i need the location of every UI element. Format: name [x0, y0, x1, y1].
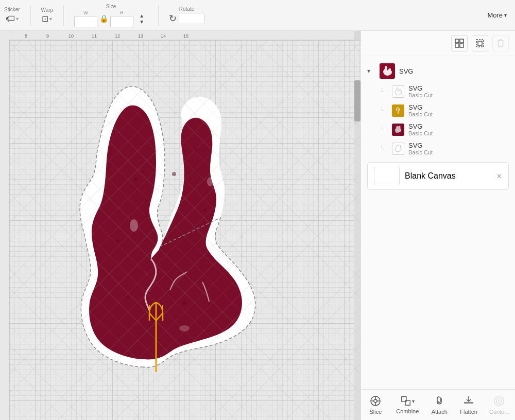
- svg-rect-18: [460, 39, 464, 43]
- ruler-top: 8 9 10 11 12 13 14 15: [9, 31, 354, 40]
- svg-rect-22: [478, 41, 482, 45]
- ruler-num-8: 8: [25, 33, 27, 39]
- bottom-toolbar: Slice ▾ Combine Attach: [361, 389, 515, 420]
- layer-children: └ SVG Basic Cut └: [361, 82, 515, 158]
- layer-item-2[interactable]: └ SVG Basic Cut: [380, 101, 515, 120]
- sticker-icon: 🏷: [6, 13, 15, 24]
- width-input[interactable]: [74, 16, 97, 27]
- hand-outline-icon-2: [393, 144, 403, 153]
- layer-info-2: SVG Basic Cut: [408, 103, 433, 117]
- attach-button[interactable]: Attach: [426, 393, 452, 417]
- rotate-label: Rotate: [179, 6, 194, 12]
- combine-button[interactable]: ▾ Combine: [392, 393, 423, 416]
- height-down-btn[interactable]: ▼: [135, 19, 148, 25]
- layer-name-1: SVG: [408, 84, 433, 92]
- canvas-scrollbar[interactable]: [354, 80, 360, 420]
- height-input[interactable]: [110, 16, 133, 27]
- svg-point-6: [126, 296, 129, 299]
- layer-thumb-3: [392, 124, 404, 136]
- svg-line-12: [149, 313, 156, 321]
- layer-name-3: SVG: [408, 122, 433, 130]
- layer-root-name: SVG: [399, 67, 413, 75]
- svg-point-4: [203, 208, 207, 212]
- toolbar-rotate-group: Rotate ↻: [169, 6, 204, 24]
- attach-label: Attach: [432, 409, 448, 415]
- svg-rect-19: [455, 44, 459, 47]
- layer-item-1[interactable]: └ SVG Basic Cut: [380, 82, 515, 101]
- blank-canvas-thumb: [374, 167, 400, 185]
- slice-button[interactable]: Slice: [363, 393, 388, 417]
- blank-canvas-item[interactable]: Blank Canvas ✕: [367, 162, 509, 190]
- flatten-label: Flatten: [460, 409, 477, 415]
- layer-thumb-4: [392, 143, 404, 155]
- layer-item-4[interactable]: └ SVG Basic Cut: [380, 139, 515, 158]
- ruler-num-10: 10: [68, 33, 74, 39]
- svg-rect-20: [460, 44, 464, 47]
- rotate-input[interactable]: [179, 13, 204, 24]
- more-arrow-icon: ▾: [504, 12, 507, 18]
- panel-toolbar: [361, 31, 515, 56]
- svg-point-10: [179, 325, 190, 331]
- sticker-label: Sticker: [4, 7, 20, 12]
- svg-line-13: [156, 313, 163, 321]
- layer-info-1: SVG Basic Cut: [408, 84, 433, 98]
- layer-root[interactable]: ▾ SVG: [361, 60, 515, 82]
- blank-canvas-close-icon[interactable]: ✕: [496, 172, 502, 180]
- more-button[interactable]: More ▾: [483, 9, 511, 21]
- scrollbar-thumb[interactable]: [354, 80, 360, 121]
- layer-thumb-1: [392, 85, 404, 98]
- toolbar-warp-group: Warp ⊡ ▾: [41, 7, 54, 24]
- combine-icon-wrap: ▾: [400, 395, 415, 407]
- hand-dark-icon: [393, 125, 403, 134]
- lock-icon: 🔒: [99, 14, 108, 23]
- ruler-num-13: 13: [138, 33, 143, 39]
- warp-label: Warp: [41, 7, 54, 13]
- svg-point-7: [182, 301, 186, 305]
- svg-rect-21: [476, 40, 484, 47]
- warp-arrow: ▾: [49, 16, 52, 22]
- layer-sub-3: Basic Cut: [408, 130, 433, 136]
- ruler-num-12: 12: [115, 33, 120, 39]
- ruler-num-14: 14: [161, 33, 166, 39]
- layer-name-4: SVG: [408, 142, 433, 149]
- sep1: [30, 5, 31, 26]
- ungroup-icon: [475, 39, 485, 48]
- size-label: Size: [106, 4, 116, 9]
- ungroup-button[interactable]: [472, 35, 488, 51]
- height-up-btn[interactable]: ▲: [135, 13, 148, 19]
- ruler-left: [0, 31, 9, 420]
- contour-button[interactable]: Conto...: [485, 393, 513, 417]
- layer-sub-4: Basic Cut: [408, 149, 433, 155]
- connector-icon-4: └: [380, 145, 388, 152]
- connector-icon-1: └: [380, 88, 388, 95]
- canvas-grid: [9, 40, 360, 420]
- more-label: More: [487, 11, 503, 19]
- layer-thumb-2: [392, 104, 404, 117]
- svg-point-24: [374, 399, 377, 402]
- group-button[interactable]: [451, 35, 468, 51]
- connector-icon-3: └: [380, 126, 388, 133]
- svg-point-5: [151, 316, 156, 321]
- trident-icon: [393, 106, 403, 115]
- hand-outline-icon-1: [393, 87, 403, 96]
- layer-sub-2: Basic Cut: [408, 111, 433, 117]
- canvas-area[interactable]: [0, 31, 360, 420]
- svg-rect-31: [464, 402, 473, 404]
- hand-thumb-icon: [381, 65, 393, 77]
- hand-illustration[interactable]: [50, 81, 256, 375]
- slice-icon: [369, 395, 382, 407]
- flatten-button[interactable]: Flatten: [456, 393, 482, 417]
- layers-list[interactable]: ▾ SVG └ SVG Bas: [361, 56, 515, 389]
- svg-point-3: [116, 239, 119, 242]
- svg-point-2: [172, 172, 176, 176]
- group-icon: [455, 39, 464, 48]
- expand-icon[interactable]: ▾: [367, 67, 375, 75]
- layer-info-4: SVG Basic Cut: [408, 142, 433, 155]
- sep2: [63, 5, 64, 26]
- sticker-arrow: ▾: [16, 16, 19, 22]
- svg-point-9: [207, 177, 213, 186]
- delete-button[interactable]: [492, 35, 509, 51]
- top-toolbar: Sticker 🏷 ▾ Warp ⊡ ▾ Size W 🔒 H ▲: [0, 0, 515, 31]
- delete-icon: [496, 39, 505, 48]
- layer-item-3[interactable]: └ SVG Basic Cut: [380, 120, 515, 139]
